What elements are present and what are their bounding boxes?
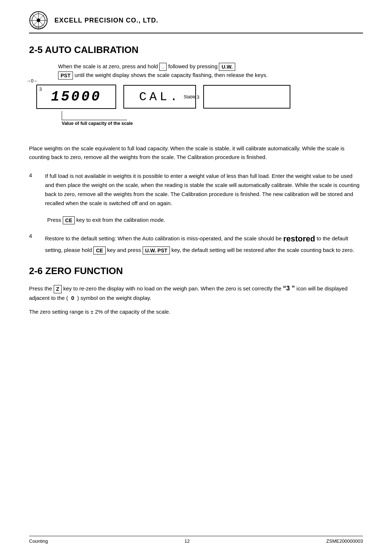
stable-label: Stable [184, 94, 196, 99]
excell-logo-icon: EXCELL® [29, 11, 48, 30]
section-26-heading: 2-6 ZERO FUNCTION [29, 265, 363, 277]
displays-container: →0← 3 15000 CAL. Stable 3 [36, 85, 363, 109]
zero-para2: The zero setting range is ± 2% of the ca… [29, 307, 363, 316]
zero-symbol: 0 [70, 295, 76, 301]
svg-text:EXCELL®: EXCELL® [34, 27, 43, 29]
display-1-wrapper: →0← 3 15000 [36, 85, 116, 109]
pst-key: PST [58, 72, 73, 80]
value-caption-text: Value of full capacity of the scale [62, 121, 133, 126]
list-item-4b: 4 Restore to the default setting: When t… [29, 232, 363, 254]
ce-key-restore: CE [93, 247, 105, 254]
list-content-4b: Restore to the default setting: When the… [45, 232, 363, 254]
list-number-4a: 4 [29, 172, 38, 208]
lcd-display-3 [203, 85, 290, 109]
press-ce-line: Press CE key to exit from the calibratio… [47, 216, 363, 224]
footer: Counting 12 ZSME200000003 [29, 536, 363, 544]
period-key: . [159, 63, 167, 71]
header: EXCELL® EXCELL PRECISION CO., LTD. [29, 11, 363, 33]
display-3-wrapper: Stable 3 [203, 85, 290, 109]
uw-key: U.W. [219, 63, 235, 71]
display1-value: 15000 [51, 89, 101, 105]
followed-by-text: followed by pressing [168, 63, 219, 69]
restored-word: restored [283, 234, 315, 243]
footer-right: ZSME200000003 [326, 538, 363, 544]
value-annotation: Value of full capacity of the scale [51, 111, 363, 126]
zero-para1: Press the Z key to re-zero the display w… [29, 283, 363, 302]
ce-key-exit: CE [63, 216, 75, 224]
lcd-display-1: 3 15000 [36, 85, 116, 109]
footer-left: Counting [29, 538, 48, 544]
arrow-zero-label: →0← [26, 78, 38, 83]
list-content-4a: If full load is not available in weights… [45, 172, 363, 208]
section-25-heading: 2-5 AUTO CALIBRATION [29, 44, 363, 56]
icon-3: “3 ” [283, 285, 295, 292]
footer-center: 12 [184, 538, 189, 544]
list-number-4b: 4 [29, 232, 38, 254]
display2-value: CAL. [139, 90, 180, 104]
intro-text: When the scale is at zero, press and hol… [58, 63, 158, 69]
display1-corner-label: 3 [39, 86, 43, 92]
para2-text: Place weights on the scale equivalent to… [29, 144, 363, 162]
display-area: →0← 3 15000 CAL. Stable 3 [29, 85, 363, 126]
svg-point-6 [37, 19, 40, 22]
logo-container: EXCELL® EXCELL PRECISION CO., LTD. [29, 11, 158, 30]
z-key: Z [54, 285, 62, 293]
page: EXCELL® EXCELL PRECISION CO., LTD. 2-5 A… [0, 0, 392, 554]
intro-paragraph: When the scale is at zero, press and hol… [58, 62, 363, 80]
uwpst-key: U.W. PST [143, 247, 170, 254]
stable-number: 3 [197, 94, 199, 99]
list-item-4a: 4 If full load is not available in weigh… [29, 172, 363, 208]
intro-rest-text: until the weight display shows the scale… [74, 72, 268, 78]
company-name: EXCELL PRECISION CO., LTD. [54, 17, 158, 24]
